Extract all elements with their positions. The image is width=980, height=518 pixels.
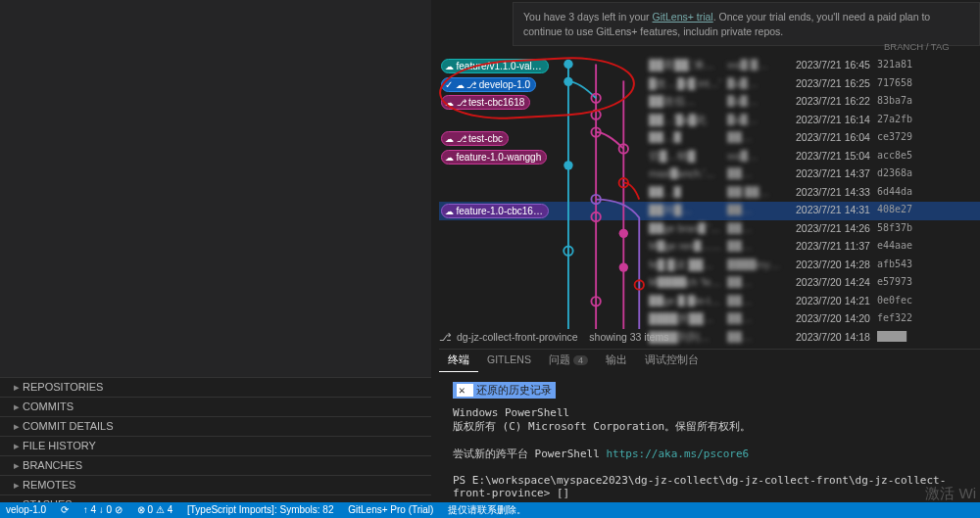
commit-sha: 83ba7a: [877, 95, 936, 106]
commit-row[interactable]: masl█anch.'…██…2023/7/21 14:37d2368a: [439, 165, 980, 184]
section-commits[interactable]: COMMITS: [0, 397, 431, 416]
commit-date: 2023/7/21 16:45: [796, 59, 884, 71]
commit-date: 2023/7/21 16:25: [796, 77, 884, 89]
history-restore-badge[interactable]: 还原的历史记录: [453, 382, 556, 399]
commit-date: 2023/7/21 14:37: [796, 167, 884, 179]
terminal-prompt[interactable]: PS E:\workspace\myspace2023\dg-jz-collec…: [453, 474, 966, 499]
commit-message: M████ch 'fe…: [649, 276, 722, 288]
status-problems[interactable]: ⊗ 0 ⚠ 4: [137, 504, 172, 515]
commit-rows: feature/v1.1.0-vali…██看██,'来…wa█ █…2023/…: [439, 57, 980, 347]
section-commit-details[interactable]: COMMIT DETAILS: [0, 416, 431, 436]
commit-sha: 27a2fb: [877, 114, 936, 124]
commit-sha: acc8e5: [877, 150, 936, 161]
cloud-icon: [445, 206, 457, 216]
commit-date: 2023/7/21 11:37: [796, 240, 884, 252]
section-branches[interactable]: BRANCHES: [0, 455, 431, 475]
repo-name[interactable]: dg-jz-collect-front-province: [457, 331, 578, 343]
commit-message: ██改佰…: [649, 95, 722, 109]
branch-icon: [457, 97, 469, 108]
trial-banner: You have 3 days left in your GitLens+ tr…: [513, 2, 980, 46]
commit-sha: e44aae: [877, 240, 936, 251]
commit-author: ██ ██…: [727, 186, 786, 198]
commit-message: ██…█: [649, 186, 722, 198]
branch-ref[interactable]: feature-1.0-wanggh: [441, 150, 547, 165]
commit-row[interactable]: M█ge ren█…[…██…2023/7/21 11:37e44aae: [439, 238, 980, 257]
gitlens-sidebar: REPOSITORIES COMMITS COMMIT DETAILS FILE…: [0, 377, 431, 518]
commit-row[interactable]: test-cbc██…███…2023/7/21 16:04ce3729: [439, 129, 980, 148]
commit-author: ██…: [727, 240, 786, 252]
branch-ref[interactable]: test-cbc1618: [441, 95, 530, 110]
commit-row[interactable]: ██ge █ █te-tr…██…2023/7/20 14:210e0fec: [439, 293, 980, 311]
status-ts-imports: [TypeScript Imports]: Symbols: 82: [187, 504, 334, 515]
commit-row[interactable]: ██…███ ██…2023/7/21 14:336d44da: [439, 184, 980, 203]
section-repositories[interactable]: REPOSITORIES: [0, 377, 431, 397]
commit-row[interactable]: ██ge bran█ 'f…██…2023/7/21 14:2658f37b: [439, 220, 980, 239]
commit-sha: ce3729: [877, 131, 936, 142]
commit-author: ██…: [727, 222, 786, 234]
commit-message: ██…'█a█此: [649, 114, 722, 127]
commit-sha: 6d44da: [877, 186, 936, 197]
terminal-line: Windows PowerShell: [453, 406, 966, 419]
commit-message: 切█…销█: [649, 150, 722, 164]
commit-message: █改…█r█ int…': [649, 77, 722, 91]
terminal-line: 版权所有 (C) Microsoft Corporation。保留所有权利。: [453, 419, 966, 434]
panel-tab[interactable]: GITLENS: [478, 350, 540, 369]
commit-author: ██…: [727, 204, 786, 215]
commit-date: 2023/7/21 16:04: [796, 131, 884, 143]
check-icon: [445, 79, 456, 90]
commit-row[interactable]: feature-1.0-wanggh切█…销█wa█…2023/7/21 15:…: [439, 148, 980, 166]
commit-row[interactable]: fe█ █设 ██…████myone2023/7/20 14:28afb543: [439, 257, 980, 275]
commit-author: ██…: [727, 276, 786, 288]
panel-tab[interactable]: 调试控制台: [636, 350, 708, 371]
branch-ref[interactable]: test-cbc: [441, 131, 509, 146]
panel-tab[interactable]: 问题4: [540, 350, 597, 371]
commit-date: 2023/7/21 16:14: [796, 114, 884, 125]
commit-author: ████myone: [727, 259, 786, 270]
status-updown[interactable]: ↑ 4 ↓ 0 ⊘: [83, 504, 122, 515]
status-gitlens[interactable]: GitLens+ Pro (Trial): [348, 504, 433, 515]
commit-row[interactable]: ████所██…██…2023/7/20 14:20fef322: [439, 310, 980, 329]
status-bar[interactable]: velop-1.0 ⟳ ↑ 4 ↓ 0 ⊘ ⊗ 0 ⚠ 4 [TypeScrip…: [0, 502, 980, 518]
commit-sha: d2368a: [877, 167, 936, 178]
commit-row[interactable]: M████ch 'fe…██…2023/7/20 14:24e57973: [439, 274, 980, 293]
branch-ref[interactable]: feature-1.0-cbc16…: [441, 204, 549, 218]
commit-message: ██ge bran█ 'f…: [649, 222, 722, 234]
commit-message: ██ge █ █te-tr…: [649, 295, 722, 306]
commit-author: █a█…: [727, 95, 786, 107]
commit-date: 2023/7/20 14:28: [796, 259, 884, 270]
status-branch[interactable]: velop-1.0: [6, 504, 46, 515]
branch-ref[interactable]: develop-1.0: [441, 77, 536, 92]
commit-author: ██…: [727, 312, 786, 324]
commit-author: wa█…: [727, 150, 786, 162]
terminal-panel[interactable]: 还原的历史记录 Windows PowerShell 版权所有 (C) Micr…: [439, 372, 980, 502]
badge: 4: [573, 355, 588, 365]
panel-tab[interactable]: 终端: [439, 350, 478, 372]
commit-date: 2023/7/21 14:26: [796, 222, 884, 234]
commit-date: 2023/7/21 14:33: [796, 186, 884, 198]
terminal-line: 尝试新的跨平台 PowerShell https://aka.ms/pscore…: [453, 447, 966, 461]
panel-tab[interactable]: 输出: [597, 350, 636, 371]
commit-row[interactable]: develop-1.0█改…█r█ int…'█a█…2023/7/21 16:…: [439, 75, 980, 94]
commit-sha: 58f37b: [877, 222, 936, 233]
commit-row[interactable]: feature-1.0-cbc16…██用█…██…2023/7/21 14:3…: [439, 202, 980, 220]
status-sync-icon[interactable]: ⟳: [61, 504, 69, 515]
commit-date: 2023/7/20 14:24: [796, 276, 884, 288]
branch-icon: [466, 79, 479, 90]
commit-sha: afb543: [877, 259, 936, 269]
branch-icon: [457, 133, 469, 144]
pscore-link[interactable]: https://aka.ms/pscore6: [606, 447, 749, 460]
editor-empty-area: [0, 0, 431, 377]
commit-row[interactable]: test-cbc1618██改佰…█a█…2023/7/21 16:2283ba…: [439, 93, 980, 112]
commit-row[interactable]: ██…'█a█此█a█…2023/7/21 16:1427a2fb: [439, 112, 980, 130]
section-file-history[interactable]: FILE HISTORY: [0, 436, 431, 455]
repo-items-count: showing 33 items: [589, 331, 668, 343]
section-remotes[interactable]: REMOTES: [0, 475, 431, 494]
trial-link[interactable]: GitLens+ trial: [653, 11, 713, 23]
commit-date: 2023/7/21 15:04: [796, 150, 884, 162]
branch-ref[interactable]: feature/v1.1.0-vali…: [441, 59, 549, 73]
commit-date: 2023/7/20 14:20: [796, 312, 884, 324]
commit-message: ██看██,'来…: [649, 59, 722, 72]
commit-author: wa█ █…: [727, 59, 786, 71]
header-branch[interactable]: BRANCH / TAG: [884, 41, 980, 52]
commit-row[interactable]: feature/v1.1.0-vali…██看██,'来…wa█ █…2023/…: [439, 57, 980, 75]
